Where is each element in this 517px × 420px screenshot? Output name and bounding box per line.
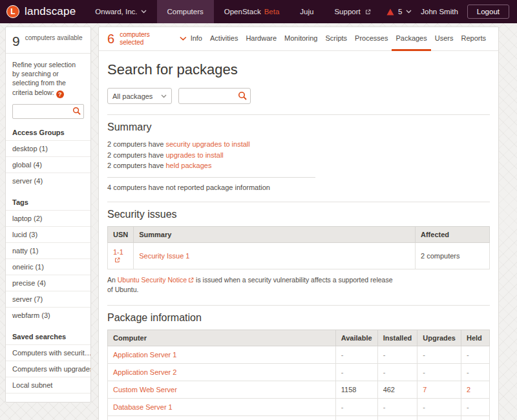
sidebar-item-computers-with-security[interactable]: Computers with securit… bbox=[6, 344, 90, 361]
not-reported-note: 4 computers have not reported package in… bbox=[107, 184, 490, 191]
chevron-down-icon bbox=[180, 36, 187, 41]
summary-line: 2 computers have upgrades to install bbox=[107, 150, 490, 161]
search-icon[interactable] bbox=[72, 107, 81, 115]
nav-item-computers[interactable]: Computers bbox=[157, 0, 214, 23]
held-count-link[interactable]: 2 bbox=[467, 386, 470, 394]
alerts-menu[interactable]: 5 bbox=[386, 8, 412, 16]
available-value: - bbox=[335, 346, 377, 363]
held-value: - bbox=[461, 398, 490, 415]
sidebar-footer bbox=[6, 393, 90, 402]
alerts-count: 5 bbox=[398, 8, 402, 16]
usn-link[interactable]: 1-1 bbox=[113, 248, 123, 264]
sidebar-item-oneiric[interactable]: oneiric (1) bbox=[6, 258, 90, 275]
col-available: Available bbox=[335, 330, 377, 346]
sidebar-item-server-group[interactable]: server (4) bbox=[6, 173, 90, 189]
saved-searches-list: Computers with securit… Computers with u… bbox=[6, 344, 90, 393]
main-body: Search for packages All packages Summary… bbox=[99, 51, 498, 420]
chevron-down-icon bbox=[141, 10, 147, 14]
usn-id: 1-1 bbox=[113, 248, 123, 256]
ubuntu-security-notice-link[interactable]: Ubuntu Security Notice bbox=[118, 276, 194, 284]
tab-packages[interactable]: Packages bbox=[392, 27, 430, 51]
chevron-down-icon bbox=[406, 10, 412, 14]
tags-title: Tags bbox=[6, 194, 90, 210]
col-summary: Summary bbox=[134, 226, 416, 242]
col-installed: Installed bbox=[377, 330, 417, 346]
selected-count: 6 bbox=[107, 32, 114, 45]
security-issues-table: USN Summary Affected 1-1 Security Issue … bbox=[107, 226, 490, 269]
summary-line: 2 computers have security upgrades to in… bbox=[107, 139, 490, 150]
usn-note: An Ubuntu Security Notice is issued when… bbox=[107, 275, 398, 295]
upgrades-value: - bbox=[417, 346, 461, 363]
tab-hardware[interactable]: Hardware bbox=[242, 27, 280, 51]
security-upgrades-link[interactable]: security upgrades to install bbox=[166, 140, 250, 148]
tab-processes[interactable]: Processes bbox=[351, 27, 392, 51]
topbar-right: 5 John Smith Logout bbox=[386, 0, 517, 23]
upgrades-link[interactable]: upgrades to install bbox=[166, 151, 224, 159]
table-row: Database Server 1 - - - - bbox=[108, 398, 490, 415]
computers-available-summary: 9 computers available bbox=[6, 27, 90, 54]
upgrades-count-link[interactable]: 7 bbox=[423, 386, 427, 394]
sidebar-item-lucid[interactable]: lucid (3) bbox=[6, 226, 90, 242]
security-issue-link[interactable]: Security Issue 1 bbox=[139, 252, 189, 260]
summary-line: 2 computers have held packages bbox=[107, 160, 490, 171]
package-filter-value: All packages bbox=[112, 92, 153, 100]
selected-computers-menu[interactable]: 6 computers selected bbox=[107, 27, 187, 50]
access-groups-list: desktop (1) global (4) server (4) bbox=[6, 140, 90, 189]
computer-link[interactable]: Application Server 2 bbox=[113, 368, 176, 376]
installed-value: 462 bbox=[377, 415, 417, 420]
nav-openstack-beta-badge: Beta bbox=[264, 8, 280, 16]
summary-title: Summary bbox=[107, 121, 490, 133]
tab-reports[interactable]: Reports bbox=[457, 27, 490, 51]
installed-value: - bbox=[377, 346, 417, 363]
package-table-header-row: Computer Available Installed Upgrades He… bbox=[108, 330, 490, 346]
tab-users[interactable]: Users bbox=[431, 27, 458, 51]
tab-info[interactable]: Info bbox=[187, 27, 206, 51]
sidebar-item-global[interactable]: global (4) bbox=[6, 156, 90, 173]
sidebar-item-local-subnet[interactable]: Local subnet bbox=[6, 377, 90, 393]
table-row: Application Server 1 - - - - bbox=[108, 346, 490, 363]
sidebar-item-precise[interactable]: precise (4) bbox=[6, 275, 90, 291]
sidebar-item-desktop[interactable]: desktop (1) bbox=[6, 140, 90, 156]
computer-link[interactable]: Custom Web Server bbox=[113, 386, 177, 394]
landscape-logo[interactable]: L landscape bbox=[0, 0, 85, 23]
org-menu[interactable]: Onward, Inc. bbox=[85, 0, 156, 23]
security-table-header-row: USN Summary Affected bbox=[108, 226, 490, 242]
sidebar-item-natty[interactable]: natty (1) bbox=[6, 242, 90, 258]
nav-support-label: Support bbox=[334, 8, 360, 16]
user-name[interactable]: John Smith bbox=[421, 8, 458, 16]
computer-link[interactable]: Application Server 1 bbox=[113, 351, 176, 359]
tab-activities[interactable]: Activities bbox=[206, 27, 242, 51]
tags-list: laptop (2) lucid (3) natty (1) oneiric (… bbox=[6, 210, 90, 323]
table-row: Custom Web Server 1158 462 7 2 bbox=[108, 381, 490, 398]
search-icon[interactable] bbox=[238, 91, 247, 100]
package-filter-select[interactable]: All packages bbox=[107, 88, 172, 104]
sidebar-item-laptop[interactable]: laptop (2) bbox=[6, 210, 90, 226]
tab-scripts[interactable]: Scripts bbox=[321, 27, 351, 51]
package-search bbox=[178, 88, 251, 104]
summary-divider bbox=[107, 114, 490, 115]
available-value: - bbox=[335, 398, 377, 415]
sidebar-item-computers-with-upgrades[interactable]: Computers with upgrades bbox=[6, 361, 90, 377]
nav-item-juju[interactable]: Juju bbox=[290, 0, 324, 23]
nav-item-support[interactable]: Support bbox=[324, 0, 381, 23]
col-usn: USN bbox=[108, 226, 134, 242]
nav-juju-label: Juju bbox=[300, 8, 313, 16]
available-value: 1158 bbox=[335, 381, 377, 398]
nav-item-openstack[interactable]: OpenStack Beta bbox=[214, 0, 290, 23]
sidebar-item-webfarm[interactable]: webfarm (3) bbox=[6, 307, 90, 323]
installed-value: - bbox=[377, 398, 417, 415]
installed-value: 462 bbox=[377, 381, 417, 398]
top-nav: Onward, Inc. Computers OpenStack Beta Ju… bbox=[85, 0, 381, 23]
sidebar-item-server-tag[interactable]: server (7) bbox=[6, 291, 90, 307]
available-value: 1158 bbox=[335, 415, 377, 420]
computer-link[interactable]: Database Server 1 bbox=[113, 403, 173, 411]
logout-button[interactable]: Logout bbox=[467, 5, 509, 19]
access-groups-title: Access Groups bbox=[6, 124, 90, 140]
package-information-title: Package information bbox=[107, 312, 490, 324]
summary-line-text: 2 computers have bbox=[107, 140, 166, 148]
help-icon[interactable]: ? bbox=[56, 90, 64, 98]
tab-monitoring[interactable]: Monitoring bbox=[280, 27, 321, 51]
held-packages-link[interactable]: held packages bbox=[166, 162, 212, 169]
landscape-logo-text: landscape bbox=[25, 5, 76, 18]
sidebar-search bbox=[12, 104, 84, 119]
